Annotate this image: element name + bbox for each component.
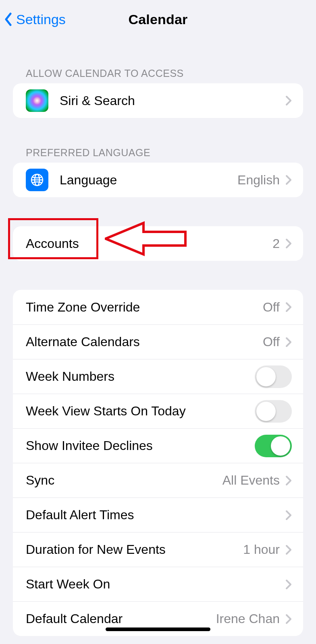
row-value: English [237,173,280,188]
group-preferences: Time Zone OverrideOffAlternate Calendars… [13,290,303,636]
row-value: All Events [222,473,280,488]
chevron-right-icon [285,510,292,520]
chevron-right-icon [285,614,292,624]
row-label: Siri & Search [60,93,135,108]
siri-icon [26,89,48,112]
row-pref[interactable]: Default Alert Times [13,497,303,532]
chevron-right-icon [285,475,292,486]
row-label: Sync [26,473,54,488]
row-label: Accounts [26,236,79,251]
row-value: 2 [272,236,280,251]
row-value: Off [263,334,280,349]
row-label: Week View Starts On Today [26,404,186,419]
chevron-left-icon [4,12,12,26]
row-label: Language [60,173,117,188]
group-access: Siri & Search [13,83,303,118]
row-pref[interactable]: Time Zone OverrideOff [13,290,303,324]
group-accounts: Accounts 2 [13,226,303,261]
row-pref[interactable]: Show Invitee Declines [13,428,303,463]
row-label: Week Numbers [26,369,114,384]
row-label: Duration for New Events [26,542,166,557]
row-siri-search[interactable]: Siri & Search [13,83,303,118]
toggle-switch[interactable] [255,400,292,423]
row-pref[interactable]: Duration for New Events1 hour [13,532,303,567]
row-value: Irene Chan [216,611,280,626]
row-pref[interactable]: SyncAll Events [13,463,303,497]
row-label: Default Alert Times [26,508,134,522]
section-header-access: ALLOW CALENDAR TO ACCESS [0,68,316,83]
row-value: 1 hour [243,542,280,557]
row-label: Time Zone Override [26,300,140,315]
toggle-switch[interactable] [255,435,292,457]
chevron-right-icon [285,238,292,249]
row-value: Off [263,300,280,315]
toggle-switch[interactable] [255,365,292,388]
chevron-right-icon [285,545,292,555]
chevron-right-icon [285,302,292,312]
chevron-right-icon [285,95,292,106]
row-pref[interactable]: Start Week On [13,567,303,601]
back-button[interactable]: Settings [4,12,66,27]
row-label: Alternate Calendars [26,334,140,349]
row-label: Show Invitee Declines [26,438,153,453]
nav-bar: Settings Calendar [0,0,316,39]
row-pref[interactable]: Week Numbers [13,359,303,394]
chevron-right-icon [285,337,292,347]
row-label: Default Calendar [26,611,123,626]
home-indicator [106,627,210,631]
row-language[interactable]: Language English [13,163,303,197]
chevron-right-icon [285,175,292,185]
row-label: Start Week On [26,577,110,592]
group-language: Language English [13,163,303,197]
page-title: Calendar [128,12,187,27]
row-accounts[interactable]: Accounts 2 [13,226,303,261]
chevron-right-icon [285,579,292,590]
section-header-language: PREFERRED LANGUAGE [0,147,316,163]
globe-icon [26,169,48,191]
row-pref[interactable]: Week View Starts On Today [13,394,303,428]
back-label: Settings [16,12,66,27]
row-pref[interactable]: Alternate CalendarsOff [13,324,303,359]
